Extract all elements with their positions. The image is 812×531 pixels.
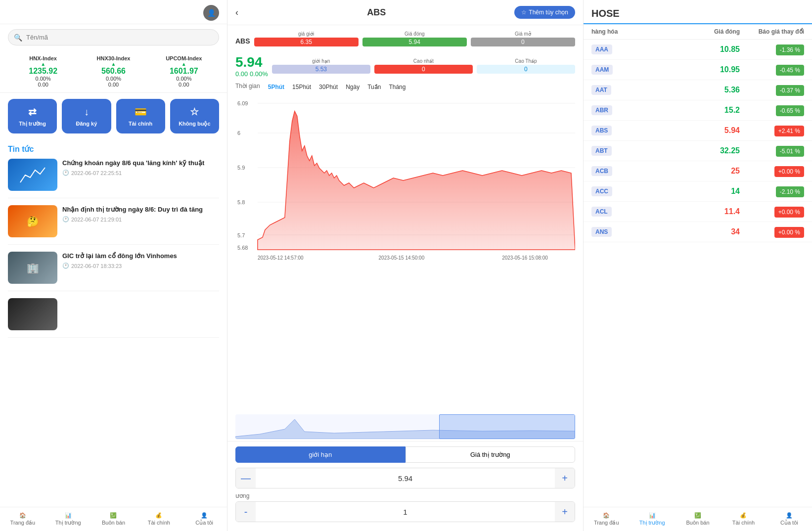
- gia-goi-label: giá giới: [254, 31, 359, 37]
- right-nav-thi-truong[interactable]: 📊 Thị trường: [629, 507, 675, 531]
- dang-ky-btn[interactable]: ↓ Đăng ký: [62, 99, 111, 133]
- stock-price-cell: 5.94: [651, 126, 740, 135]
- table-row[interactable]: ACC 14 -2.10 %: [584, 181, 812, 202]
- news-headline-3: GIC trở lại làm cổ đông lớn Vinhomes: [62, 252, 219, 261]
- mini-chart-selection[interactable]: [439, 414, 575, 439]
- filter-tuan[interactable]: Tuần: [367, 83, 381, 91]
- back-button[interactable]: ‹: [235, 7, 238, 18]
- news-item-3[interactable]: 🏢 GIC trở lại làm cổ đông lớn Vinhomes 🕐…: [8, 252, 219, 291]
- filter-ngay[interactable]: Ngày: [346, 83, 360, 91]
- change-badge: -1.36 %: [776, 44, 804, 55]
- table-row[interactable]: AAM 10.95 -0.45 %: [584, 60, 812, 80]
- stock-code-badge: AAA: [591, 44, 612, 54]
- table-row[interactable]: ACB 25 +0.00 %: [584, 161, 812, 181]
- stock-code-cell: ACL: [591, 207, 651, 217]
- right-nav-cua-toi[interactable]: 👤 Của tôi: [767, 507, 812, 531]
- hnx-abs: 0.00: [8, 82, 78, 88]
- svg-text:5.8: 5.8: [237, 199, 245, 205]
- table-row[interactable]: ANS 34 +0.00 %: [584, 222, 812, 242]
- upcom-abs: 0.00: [149, 82, 219, 88]
- price-main-block: 5.94 0.00 0.00%: [235, 54, 268, 78]
- table-row[interactable]: ABT 32.25 -5.01 %: [584, 141, 812, 161]
- news-item-2[interactable]: 🤔 Nhận định thị trường ngày 8/6: Duy trì…: [8, 205, 219, 245]
- change-badge: +2.41 %: [774, 126, 804, 136]
- price-input[interactable]: [256, 474, 555, 483]
- gia-dong-col: Giá đóng 5.94: [362, 31, 467, 46]
- cao-thap-col: Cao Thấp 0: [477, 58, 575, 74]
- thi-truong-icon: ⇄: [28, 106, 37, 118]
- khong-buoc-label: Không buộc: [179, 121, 210, 127]
- table-row[interactable]: ABS 5.94 +2.41 %: [584, 121, 812, 141]
- qty-minus-btn[interactable]: -: [236, 502, 256, 522]
- stock-change-cell: -0.45 %: [740, 66, 804, 74]
- price-plus-btn[interactable]: +: [555, 468, 575, 488]
- filter-15phut[interactable]: 15Phút: [292, 83, 311, 91]
- news-item-1[interactable]: Chứng khoán ngày 8/6 qua 'lăng kính' kỹ …: [8, 159, 219, 198]
- trade-icon-left: 💹: [110, 512, 117, 519]
- right-bottom-nav: 🏠 Trang đầu 📊 Thị trường 💹 Buôn bán 💰 Tà…: [584, 507, 812, 531]
- thi-truong-btn[interactable]: ⇄ Thị trường: [8, 99, 57, 133]
- stock-change-cell: -0.37 %: [740, 87, 804, 94]
- news-thumb-2-icon: 🤔: [27, 216, 39, 227]
- avatar[interactable]: 👤: [203, 5, 219, 21]
- left-nav-buon-ban[interactable]: 💹 Buôn bán: [91, 507, 136, 531]
- table-row[interactable]: AAA 10.85 -1.36 %: [584, 40, 812, 60]
- middle-header: ‹ ABS ☆ Thêm tùy chọn: [227, 0, 583, 25]
- news-thumb-1: [8, 159, 57, 191]
- change-badge: -5.01 %: [776, 146, 804, 157]
- price-main-row: 5.94 0.00 0.00% giới hạn 5.53 Cao nhất 0…: [227, 54, 583, 80]
- khong-buoc-btn[interactable]: ☆ Không buộc: [170, 99, 219, 133]
- stock-code-cell: ABT: [591, 146, 651, 156]
- stock-price-cell: 14: [651, 187, 740, 196]
- filter-thang[interactable]: Tháng: [389, 83, 406, 91]
- right-nav-trang-dau[interactable]: 🏠 Trang đầu: [584, 507, 629, 531]
- hnx30-arrow: ▲: [78, 61, 148, 67]
- news-content-3: GIC trở lại làm cổ đông lớn Vinhomes 🕐 2…: [62, 252, 219, 284]
- news-content-4: [62, 298, 219, 330]
- left-nav-trang-dau[interactable]: 🏠 Trang đầu: [0, 507, 45, 531]
- stock-change-cell: +2.41 %: [740, 127, 804, 134]
- star-icon: ☆: [521, 9, 527, 16]
- quick-actions: ⇄ Thị trường ↓ Đăng ký 💳 Tài chính ☆ Khô…: [0, 93, 227, 139]
- time-label: Thời gian: [235, 83, 260, 91]
- user-icon-left: 👤: [201, 512, 208, 519]
- stock-code-badge: AAT: [591, 85, 611, 95]
- news-thumb-4: [8, 298, 57, 330]
- qty-plus-btn[interactable]: +: [555, 502, 575, 522]
- market-order-tab[interactable]: Giá thị trường: [406, 446, 576, 463]
- limit-order-tab[interactable]: giới hạn: [235, 446, 406, 463]
- market-icon-right: 📊: [649, 512, 656, 519]
- filter-5phut[interactable]: 5Phút: [268, 83, 284, 91]
- right-nav-buon-ban[interactable]: 💹 Buôn bán: [675, 507, 721, 531]
- col-gia-dong: Giá đóng: [651, 28, 740, 35]
- search-bar[interactable]: 🔍: [8, 29, 219, 45]
- table-row[interactable]: AAT 5.36 -0.37 %: [584, 80, 812, 100]
- stock-change-cell: +0.00 %: [740, 228, 804, 236]
- upcom-index-name: UPCOM-Index: [149, 55, 219, 61]
- tai-chinh-btn[interactable]: 💳 Tài chính: [116, 99, 165, 133]
- stock-code-badge: ANS: [591, 227, 612, 237]
- right-nav-tai-chinh[interactable]: 💰 Tài chính: [721, 507, 766, 531]
- cao-thap-label: Cao Thấp: [477, 58, 575, 64]
- add-watchlist-button[interactable]: ☆ Thêm tùy chọn: [514, 6, 575, 19]
- mini-chart[interactable]: [235, 414, 575, 439]
- left-nav-thi-truong[interactable]: 📊 Thị trường: [45, 507, 91, 531]
- svg-text:6: 6: [237, 130, 240, 136]
- table-row[interactable]: ACL 11.4 +0.00 %: [584, 202, 812, 222]
- price-minus-btn[interactable]: —: [236, 468, 256, 488]
- stock-code-cell: AAM: [591, 65, 651, 75]
- table-row[interactable]: ABR 15.2 -0.65 %: [584, 100, 812, 121]
- stock-price-cell: 10.95: [651, 65, 740, 74]
- search-input[interactable]: [8, 29, 219, 45]
- filter-30phut[interactable]: 30Phút: [319, 83, 338, 91]
- indexes-container: HNX-Index ▲ 1235.92 0.00% 0.00 HNX30-Ind…: [0, 50, 227, 93]
- stock-change-cell: -1.36 %: [740, 46, 804, 53]
- stock-price-cell: 10.85: [651, 45, 740, 54]
- qty-input[interactable]: [256, 508, 555, 516]
- hnx30-index: HNX30-Index ▲ 560.66 0.00% 0.00: [78, 55, 148, 88]
- left-nav-tai-chinh[interactable]: 💰 Tài chính: [136, 507, 181, 531]
- change-badge: +0.00 %: [774, 227, 804, 238]
- left-nav-cua-toi[interactable]: 👤 Của tôi: [181, 507, 227, 531]
- gia-goi-col: giá giới 6.35: [254, 31, 359, 46]
- news-item-4[interactable]: [8, 298, 219, 338]
